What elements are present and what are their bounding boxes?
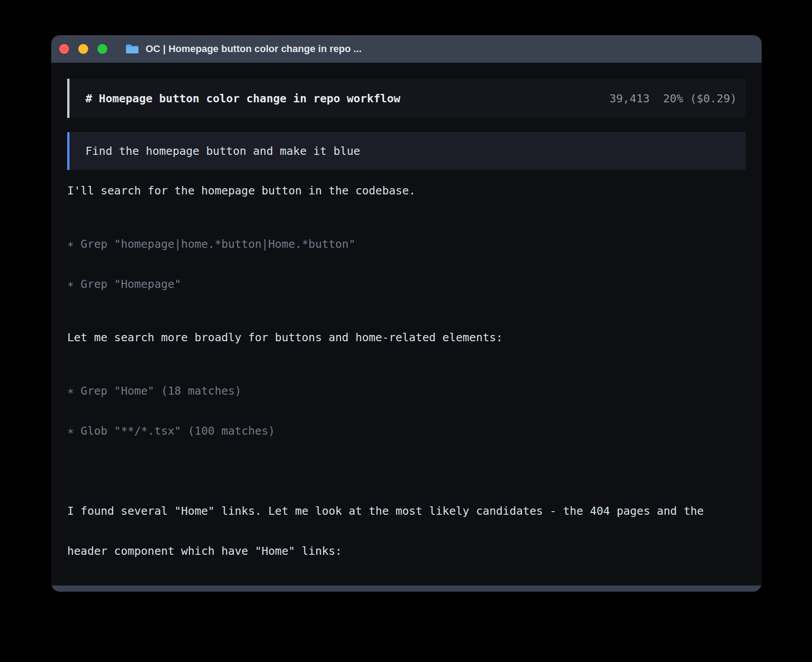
session-header: # Homepage button color change in repo w… xyxy=(67,79,746,118)
tool-call-grep: ∗ Grep "homepage|home.*button|Home.*butt… xyxy=(67,238,746,251)
traffic-lights xyxy=(59,44,107,54)
zoom-button[interactable] xyxy=(97,44,107,54)
tool-call-group: ∗ Grep "Home" (18 matches) ∗ Glob "**/*.… xyxy=(67,358,746,464)
conversation-transcript: I'll search for the homepage button in t… xyxy=(67,184,746,585)
minimize-button[interactable] xyxy=(78,44,88,54)
assistant-text: I'll search for the homepage button in t… xyxy=(67,184,746,198)
user-message: Find the homepage button and make it blu… xyxy=(67,132,746,170)
user-message-text: Find the homepage button and make it blu… xyxy=(85,145,360,157)
tool-call-group: ∗ Grep "homepage|home.*button|Home.*butt… xyxy=(67,211,746,318)
close-button[interactable] xyxy=(59,44,69,54)
assistant-text: I found several "Home" links. Let me loo… xyxy=(67,478,746,585)
folder-icon xyxy=(125,43,139,55)
tool-call-grep: ∗ Grep "Home" (18 matches) xyxy=(67,384,746,398)
terminal-window: OC | Homepage button color change in rep… xyxy=(51,35,762,592)
assistant-text: Let me search more broadly for buttons a… xyxy=(67,331,746,344)
session-title: # Homepage button color change in repo w… xyxy=(85,92,400,105)
terminal-content: # Homepage button color change in repo w… xyxy=(51,63,762,585)
token-stats: 39,413 20% ($0.29) xyxy=(609,92,737,105)
titlebar[interactable]: OC | Homepage button color change in rep… xyxy=(51,35,762,63)
tool-call-glob: ∗ Glob "**/*.tsx" (100 matches) xyxy=(67,424,746,438)
tool-call-grep: ∗ Grep "Homepage" xyxy=(67,278,746,291)
window-title: OC | Homepage button color change in rep… xyxy=(146,43,361,55)
